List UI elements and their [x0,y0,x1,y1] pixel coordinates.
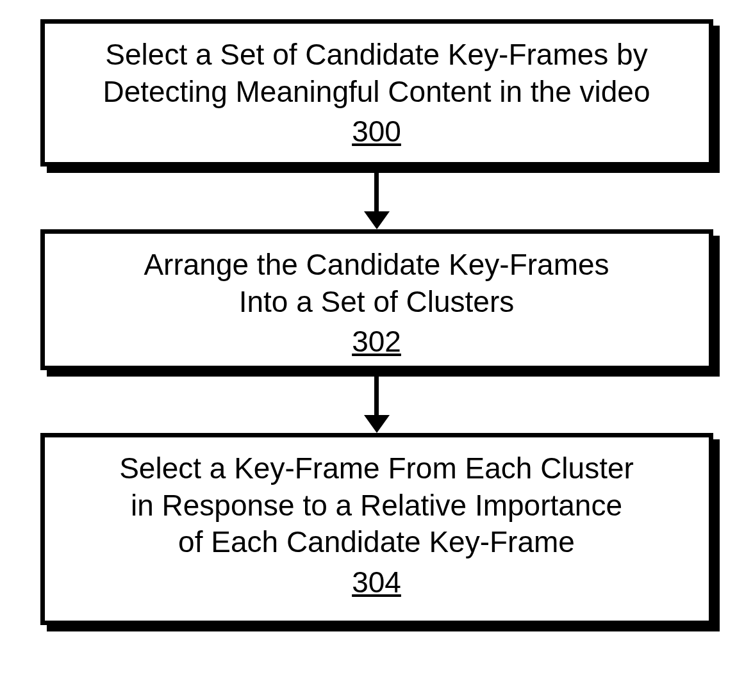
step-reference-number: 302 [352,324,401,359]
arrow-line [374,173,379,211]
arrow-connector [364,173,390,229]
step-text-line: in Response to a Relative Importance [64,487,690,525]
step-text-line: Select a Key-Frame From Each Cluster [64,450,690,487]
step-reference-number: 304 [352,565,401,599]
step-box-300: Select a Set of Candidate Key-Frames by … [40,19,713,167]
arrow-line [374,377,379,415]
step-text-line: Detecting Meaningful Content in the vide… [64,74,690,111]
flowchart-container: Select a Set of Candidate Key-Frames by … [0,19,753,625]
step-text-line: Into a Set of Clusters [64,284,690,321]
step-text-line: Arrange the Candidate Key-Frames [64,247,690,284]
arrow-head-icon [364,415,390,433]
arrow-connector [364,377,390,433]
step-text-line: Select a Set of Candidate Key-Frames by [64,37,690,74]
step-box-302: Arrange the Candidate Key-Frames Into a … [40,229,713,370]
step-text-line: of Each Candidate Key-Frame [64,524,690,561]
step-box-304: Select a Key-Frame From Each Cluster in … [40,433,713,625]
arrow-head-icon [364,211,390,229]
step-reference-number: 300 [352,114,401,149]
